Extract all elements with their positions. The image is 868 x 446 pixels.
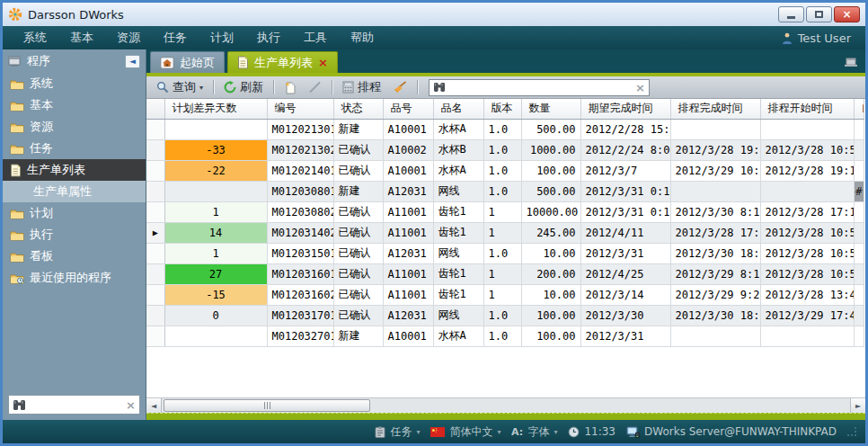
- scrollbar-thumb[interactable]: [164, 399, 370, 412]
- column-header[interactable]: 期望完成时间: [580, 99, 670, 119]
- tasks-icon: [375, 426, 385, 438]
- sidebar-search-box[interactable]: ×: [8, 395, 140, 415]
- sidebar-item[interactable]: 系统: [3, 73, 146, 94]
- clear-schedule-button[interactable]: [388, 78, 412, 97]
- table-cell: 齿轮1: [433, 263, 483, 284]
- new-record-button[interactable]: [279, 78, 301, 97]
- sidebar-search-input[interactable]: [30, 398, 122, 411]
- table-row[interactable]: 1M012031501已确认A12031网线1.010.002012/3/312…: [146, 243, 864, 263]
- sidebar-item[interactable]: 看板: [3, 245, 146, 267]
- maximize-button[interactable]: [806, 6, 832, 22]
- column-header[interactable]: 数量: [521, 99, 580, 119]
- sidebar-collapse-button[interactable]: ◄: [125, 55, 140, 68]
- column-header[interactable]: 编号: [267, 99, 333, 119]
- overflow-cell: [854, 284, 864, 305]
- sidebar-item-label: 执行: [30, 227, 53, 243]
- minimize-button[interactable]: [778, 6, 804, 22]
- menu-item[interactable]: 帮助: [339, 30, 385, 46]
- menu-item[interactable]: 基本: [58, 30, 105, 46]
- tab-active[interactable]: 生产单列表×: [227, 51, 338, 73]
- table-row[interactable]: -33M012021302已确认A10002水杯B1.01000.002012/…: [146, 139, 864, 160]
- status-item-label: 任务: [390, 424, 412, 440]
- scroll-left-icon[interactable]: ◄: [146, 398, 162, 413]
- sidebar-search-clear-icon[interactable]: ×: [126, 398, 136, 412]
- menu-item[interactable]: 计划: [199, 30, 245, 46]
- menu-item[interactable]: 系统: [12, 30, 58, 46]
- horizontal-scrollbar[interactable]: ◄ ►: [146, 397, 865, 413]
- user-name: Test User: [798, 31, 851, 45]
- menu-item[interactable]: 工具: [292, 30, 339, 46]
- table-cell: 2012/3/30 18:00: [670, 243, 760, 263]
- table-cell: 1.0: [483, 181, 521, 201]
- sidebar-item[interactable]: 最近使用的程序: [3, 267, 146, 289]
- table-cell: M012030801: [267, 181, 333, 201]
- table-row[interactable]: M012030801新建A12031网线1.0500.002012/3/31 0…: [146, 181, 864, 201]
- float-window-icon[interactable]: [844, 56, 858, 67]
- column-header[interactable]: 自: [854, 99, 864, 119]
- sidebar-item[interactable]: 生产单属性: [3, 181, 146, 202]
- scroll-right-icon[interactable]: ►: [850, 398, 865, 413]
- column-header[interactable]: 排程开始时间: [760, 99, 854, 119]
- sidebar-item[interactable]: 基本: [3, 94, 146, 116]
- toolbar-search-input[interactable]: [449, 81, 632, 94]
- close-button[interactable]: ×: [834, 6, 860, 22]
- plan-diff-cell: [164, 326, 267, 346]
- status-item[interactable]: A:字体▾: [511, 424, 557, 440]
- column-header[interactable]: 品名: [433, 99, 483, 119]
- toolbar-search-clear-icon[interactable]: ×: [635, 81, 645, 94]
- table-cell: A11001: [383, 201, 433, 222]
- sidebar-item[interactable]: 计划: [3, 202, 146, 224]
- row-header-stub: [146, 99, 164, 119]
- edit-record-button[interactable]: [304, 78, 326, 97]
- refresh-button[interactable]: 刷新: [219, 78, 268, 97]
- user-area[interactable]: Test User: [782, 31, 856, 45]
- sidebar-item[interactable]: 任务: [3, 138, 146, 159]
- sidebar-spacer: [3, 289, 146, 389]
- title-bar: Darsson DWorks ×: [3, 3, 865, 26]
- sidebar-item[interactable]: 资源: [3, 116, 146, 138]
- query-button[interactable]: 查询 ▾: [152, 78, 208, 97]
- table-cell: 新建: [333, 181, 383, 201]
- column-header[interactable]: 状态: [333, 99, 383, 119]
- table-row[interactable]: -15M012031602已确认A11001齿轮1110.002012/3/14…: [146, 284, 864, 305]
- sidebar-item[interactable]: 执行: [3, 224, 146, 245]
- table-cell: M012021401: [267, 160, 333, 181]
- table-row[interactable]: ▶14M012031402已确认A11001齿轮11245.002012/4/1…: [146, 222, 864, 243]
- status-item[interactable]: 简体中文▾: [430, 424, 500, 440]
- sidebar-item[interactable]: 生产单列表: [3, 159, 146, 181]
- menu-item[interactable]: 执行: [245, 30, 292, 46]
- content-area: 起始页生产单列表× 查询 ▾: [146, 49, 865, 420]
- schedule-button[interactable]: 排程: [338, 78, 385, 97]
- table-cell: 2012/3/29 17:46: [760, 305, 854, 326]
- sidebar-item-label: 生产单列表: [27, 162, 85, 178]
- status-item[interactable]: 任务▾: [375, 424, 420, 440]
- table-cell: 2012/3/28 17:13: [670, 222, 760, 243]
- table-row[interactable]: M012021301新建A10001水杯A1.0500.002012/2/28 …: [146, 119, 864, 139]
- column-header[interactable]: 版本: [483, 99, 521, 119]
- status-item[interactable]: DWorks Server@FUNWAY-THINKPAD: [626, 425, 837, 438]
- table-row[interactable]: 1M012030802已确认A11001齿轮1110000.002012/3/3…: [146, 201, 864, 222]
- sidebar-item-label: 看板: [30, 248, 53, 264]
- toolbar-search-box[interactable]: ×: [429, 79, 650, 96]
- table-row[interactable]: -22M012021401已确认A10001水杯A1.0100.002012/3…: [146, 160, 864, 181]
- clock-icon: [568, 426, 580, 438]
- table-row[interactable]: M012032701新建A10001水杯A1.0100.002012/3/31: [146, 326, 864, 346]
- tab-close-icon[interactable]: ×: [318, 57, 328, 68]
- overflow-cell: [854, 243, 864, 263]
- column-header[interactable]: 品号: [383, 99, 433, 119]
- column-header[interactable]: 计划差异天数: [164, 99, 267, 119]
- table-cell: M012030802: [267, 201, 333, 222]
- menu-item[interactable]: 任务: [152, 30, 199, 46]
- status-item[interactable]: 11:33: [568, 425, 616, 438]
- resize-grip-icon[interactable]: [847, 427, 856, 436]
- toolbar-separator: [273, 80, 274, 94]
- table-cell: A11001: [383, 263, 433, 284]
- table-row[interactable]: 27M012031601已确认A11001齿轮11200.002012/4/25…: [146, 263, 864, 284]
- table-cell: 245.00: [521, 222, 580, 243]
- column-header[interactable]: 排程完成时间: [670, 99, 760, 119]
- table-row[interactable]: 0M012031701已确认A12031网线1.0100.002012/3/30…: [146, 305, 864, 326]
- overflow-cell: [854, 119, 864, 139]
- tab-inactive[interactable]: 起始页: [150, 51, 225, 73]
- menu-item[interactable]: 资源: [105, 30, 152, 46]
- table-cell: 2012/3/28 17:13: [760, 201, 854, 222]
